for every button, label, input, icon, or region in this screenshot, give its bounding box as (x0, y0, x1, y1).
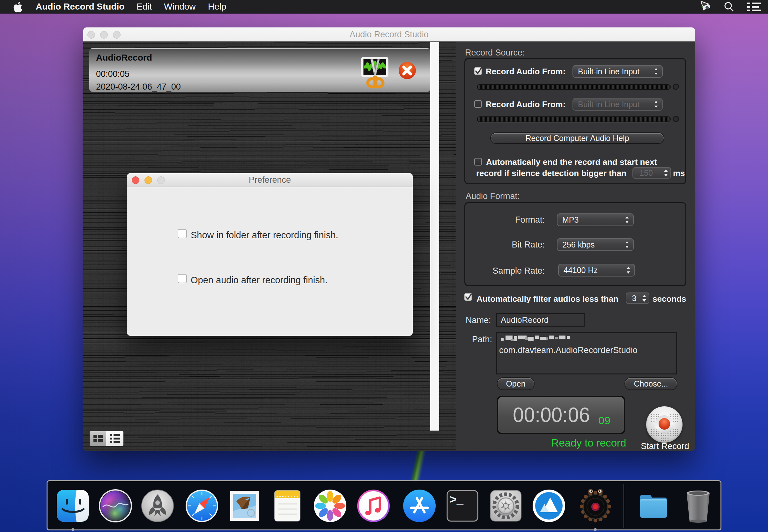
svg-text:>_: >_ (450, 494, 464, 507)
